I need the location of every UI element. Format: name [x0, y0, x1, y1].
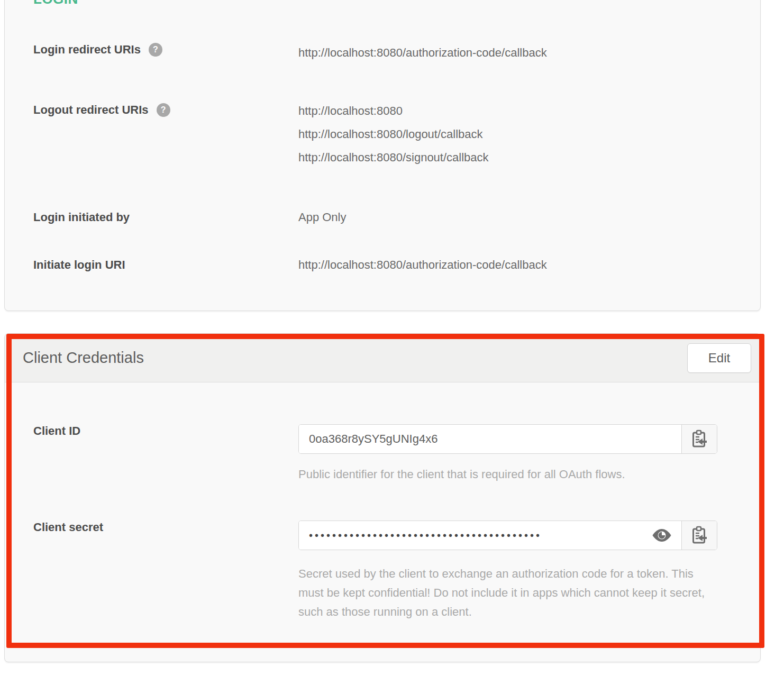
copy-client-id-button[interactable]: [681, 425, 717, 453]
uri-value: http://localhost:8080/authorization-code…: [298, 258, 547, 272]
client-secret-masked-value[interactable]: ••••••••••••••••••••••••••••••••••••••••: [299, 529, 542, 542]
logout-redirect-uris-label: Logout redirect URIs: [33, 103, 149, 117]
clipboard-paste-icon: [691, 430, 707, 449]
login-section-heading: LOGIN: [33, 0, 78, 7]
question-mark-icon[interactable]: ?: [157, 103, 170, 117]
reveal-secret-button[interactable]: [650, 528, 674, 542]
login-initiated-by-value: App Only: [298, 211, 347, 224]
login-redirect-uris-values: http://localhost:8080/authorization-code…: [298, 46, 547, 60]
uri-value: http://localhost:8080/signout/callback: [298, 146, 489, 169]
login-section-panel: LOGIN Login redirect URIs ? http://local…: [4, 0, 761, 311]
app-settings-page: LOGIN Login redirect URIs ? http://local…: [0, 0, 784, 694]
uri-value: http://localhost:8080/logout/callback: [298, 123, 489, 146]
client-credentials-title: Client Credentials: [23, 349, 144, 367]
client-id-input-region: [299, 425, 681, 453]
initiate-login-uri-label: Initiate login URI: [33, 258, 125, 272]
client-id-input[interactable]: [299, 425, 674, 453]
client-credentials-header: Client Credentials Edit: [5, 334, 760, 382]
uri-value: http://localhost:8080/authorization-code…: [298, 46, 547, 60]
logout-redirect-uris-row: Logout redirect URIs ?: [33, 103, 170, 117]
login-redirect-uris-label: Login redirect URIs: [33, 43, 141, 57]
field-value: App Only: [298, 211, 347, 224]
copy-client-secret-button[interactable]: [681, 521, 717, 550]
logout-redirect-uris-values: http://localhost:8080 http://localhost:8…: [298, 99, 489, 169]
client-credentials-panel: Client Credentials Edit Client ID: [4, 333, 761, 662]
client-id-field-group: [298, 424, 717, 454]
initiate-login-uri-row: Initiate login URI: [33, 258, 125, 272]
login-initiated-by-label: Login initiated by: [33, 211, 130, 224]
client-id-label: Client ID: [33, 424, 80, 438]
clipboard-paste-icon: [691, 526, 707, 545]
login-redirect-uris-row: Login redirect URIs ?: [33, 43, 162, 57]
uri-value: http://localhost:8080: [298, 99, 489, 123]
login-initiated-by-row: Login initiated by: [33, 211, 130, 224]
client-secret-label: Client secret: [33, 520, 103, 534]
client-secret-field-group: ••••••••••••••••••••••••••••••••••••••••: [298, 520, 717, 550]
client-secret-input-region: ••••••••••••••••••••••••••••••••••••••••: [299, 521, 681, 550]
client-id-help-text: Public identifier for the client that is…: [298, 465, 625, 484]
eye-icon: [652, 528, 672, 542]
client-secret-help-text: Secret used by the client to exchange an…: [298, 564, 722, 622]
initiate-login-uri-value: http://localhost:8080/authorization-code…: [298, 258, 547, 272]
question-mark-icon[interactable]: ?: [149, 43, 162, 57]
edit-button[interactable]: Edit: [687, 343, 751, 373]
